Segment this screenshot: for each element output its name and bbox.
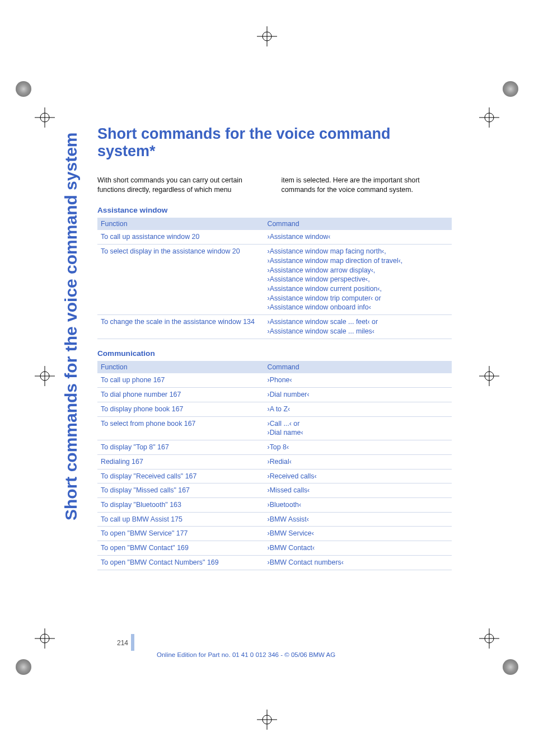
page-number: 214	[117, 639, 128, 647]
registration-mark-icon	[257, 710, 277, 730]
cell-function: To display "Received calls" 167	[97, 469, 264, 483]
page-ref-link[interactable]: 167	[184, 420, 196, 428]
function-text: To display phone book	[101, 405, 172, 413]
registration-mark-icon	[35, 366, 55, 386]
table-row: To call up phone 167›Phone‹	[97, 373, 452, 387]
table-row: To dial phone number 167›Dial number‹	[97, 388, 452, 402]
page-ref-link[interactable]: 169	[207, 558, 219, 566]
crop-corner-icon	[16, 659, 31, 675]
th-command: Command	[264, 218, 452, 231]
cell-function: To display phone book 167	[97, 402, 264, 416]
cell-command: ›Assistance window‹	[264, 230, 452, 244]
registration-mark-icon	[35, 628, 55, 649]
page-ref-link[interactable]: 167	[157, 443, 169, 451]
page-ref-link[interactable]: 169	[177, 544, 189, 552]
intro-paragraph: With short commands you can carry out ce…	[97, 176, 452, 194]
page: Short commands for the voice command sys…	[0, 0, 534, 756]
page-ref-link[interactable]: 167	[178, 486, 190, 494]
cell-command: ›Phone‹	[264, 373, 452, 387]
cell-command: ›BMW Contact‹	[264, 541, 452, 556]
page-ref-link[interactable]: 167	[170, 391, 181, 398]
page-ref-link[interactable]: 175	[171, 515, 182, 523]
function-text: To display "Missed calls"	[101, 486, 178, 494]
page-ref-link[interactable]: 163	[170, 501, 181, 509]
function-text: To call up phone	[101, 376, 153, 384]
page-number-bar	[131, 634, 134, 651]
page-ref-link[interactable]: 134	[243, 318, 255, 326]
function-text: To open "BMW Service"	[101, 529, 176, 537]
page-title: Short commands for the voice command sys…	[97, 125, 452, 160]
table-row: To display phone book 167›A to Z‹	[97, 402, 452, 416]
function-text: To dial phone number	[101, 391, 170, 398]
cell-command: ›Call ...‹ or›Dial name‹	[264, 416, 452, 440]
function-text: To change the scale in the assistance wi…	[101, 318, 243, 326]
registration-mark-icon	[479, 366, 499, 386]
function-text: To call up assistance window	[101, 233, 192, 241]
command-text: ›Phone‹	[268, 376, 292, 384]
table-row: To select display in the assistance wind…	[97, 245, 452, 315]
command-text: ›A to Z‹	[268, 405, 291, 413]
function-text: Redialing	[101, 458, 132, 466]
command-text: ›BMW Contact‹	[268, 544, 315, 552]
section-assistance: Assistance window Function Command To ca…	[97, 206, 452, 339]
content-area: Short commands for the voice command sys…	[97, 125, 452, 580]
side-tab: Short commands for the voice command sys…	[62, 129, 85, 520]
side-tab-text: Short commands for the voice command sys…	[62, 129, 81, 520]
heading-communication: Communication	[97, 349, 452, 358]
cell-command: ›BMW Assist‹	[264, 512, 452, 527]
th-command: Command	[264, 361, 452, 374]
cell-function: To display "Missed calls" 167	[97, 483, 264, 498]
cell-command: ›Received calls‹	[264, 469, 452, 483]
command-text: ›Call ...‹ or	[268, 420, 300, 428]
registration-mark-icon	[479, 628, 499, 649]
command-text: ›BMW Service‹	[268, 529, 314, 537]
cell-function: To change the scale in the assistance wi…	[97, 315, 264, 339]
command-text: ›Assistance window‹	[268, 233, 331, 241]
command-text: ›Assistance window map direction of trav…	[268, 257, 403, 265]
table-row: To call up assistance window 20›Assistan…	[97, 230, 452, 244]
table-row: To open "BMW Service" 177›BMW Service‹	[97, 527, 452, 541]
cell-command: ›Bluetooth‹	[264, 497, 452, 512]
command-text: ›Redial‹	[268, 458, 292, 466]
page-ref-link[interactable]: 20	[192, 233, 200, 241]
cell-command: ›Dial number‹	[264, 388, 452, 402]
cell-command: ›Redial‹	[264, 454, 452, 469]
cell-function: To display "Top 8" 167	[97, 440, 264, 455]
page-ref-link[interactable]: 167	[185, 472, 197, 480]
function-text: To display "Received calls"	[101, 472, 185, 480]
page-ref-link[interactable]: 167	[153, 376, 165, 384]
function-text: To open "BMW Contact Numbers"	[101, 558, 207, 566]
table-row: To call up BMW Assist 175›BMW Assist‹	[97, 512, 452, 527]
command-text: ›Bluetooth‹	[268, 501, 302, 509]
table-row: To display "Missed calls" 167›Missed cal…	[97, 483, 452, 498]
cell-function: To open "BMW Contact Numbers" 169	[97, 555, 264, 570]
command-text: ›Dial number‹	[268, 391, 310, 398]
cell-command: ›BMW Contact numbers‹	[264, 555, 452, 570]
page-ref-link[interactable]: 167	[172, 405, 184, 413]
cell-command: ›BMW Service‹	[264, 527, 452, 541]
page-ref-link[interactable]: 177	[176, 529, 188, 537]
cell-function: To open "BMW Service" 177	[97, 527, 264, 541]
command-text: ›Assistance window scale ... feet‹ or	[268, 318, 378, 326]
page-ref-link[interactable]: 20	[232, 247, 240, 255]
registration-mark-icon	[257, 26, 277, 46]
crop-corner-icon	[16, 81, 31, 97]
cell-function: To select from phone book 167	[97, 416, 264, 440]
table-row: To display "Top 8" 167›Top 8‹	[97, 440, 452, 455]
command-text: ›Received calls‹	[268, 472, 317, 480]
table-row: To display "Bluetooth" 163›Bluetooth‹	[97, 497, 452, 512]
table-row: To display "Received calls" 167›Received…	[97, 469, 452, 483]
command-text: ›BMW Contact numbers‹	[268, 558, 344, 566]
command-text: ›Top 8‹	[268, 443, 289, 451]
command-text: ›BMW Assist‹	[268, 515, 309, 523]
cell-function: To open "BMW Contact" 169	[97, 541, 264, 556]
crop-corner-icon	[503, 659, 518, 675]
registration-mark-icon	[35, 107, 55, 128]
heading-assistance: Assistance window	[97, 206, 452, 214]
cell-command: ›Assistance window scale ... feet‹ or›As…	[264, 315, 452, 339]
intro-right: item is selected. Here are the important…	[275, 176, 452, 194]
cell-command: ›Top 8‹	[264, 440, 452, 455]
command-text: ›Assistance window scale ... miles‹	[268, 327, 374, 335]
function-text: To select display in the assistance wind…	[101, 247, 232, 255]
page-ref-link[interactable]: 167	[132, 458, 143, 466]
